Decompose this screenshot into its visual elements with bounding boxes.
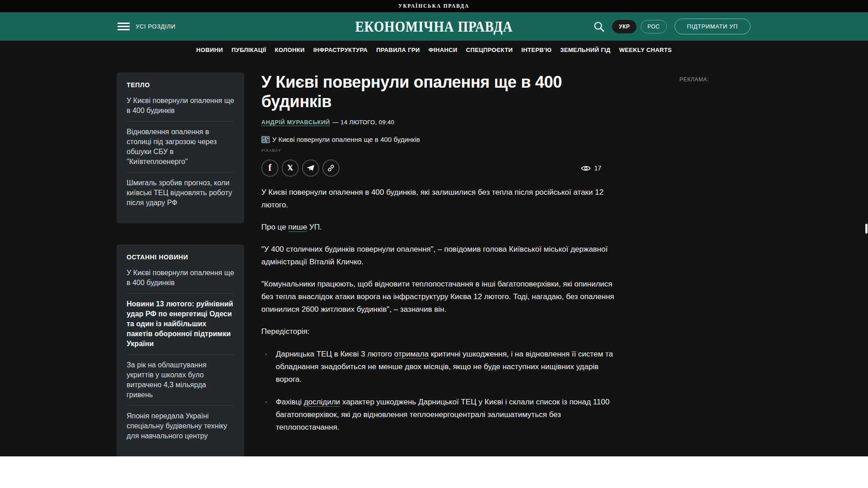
paragraph: У Києві повернули опалення в 400 будинкі…	[261, 186, 618, 211]
sidebar-article-link[interactable]: Японія передала Україні спеціальну будів…	[127, 405, 234, 446]
share-x-button[interactable]: 𝕏	[282, 160, 299, 177]
copy-link-button[interactable]	[322, 160, 340, 177]
masthead-actions: УКР РОС ПІДТРИМАТИ УП	[593, 12, 750, 41]
nav-item-zemelnyi-hid[interactable]: ЗЕМЕЛЬНИЙ ГІД	[560, 47, 610, 53]
article-image-placeholder: У Києві повернули опалення ще в 400 буди…	[261, 136, 618, 143]
inline-link[interactable]: дослідили	[304, 398, 340, 407]
publish-date: — 14 ЛЮТОГО, 09:40	[333, 119, 394, 126]
nav-item-novyny[interactable]: НОВИНИ	[196, 47, 223, 53]
eye-icon	[581, 165, 591, 172]
search-button[interactable]	[593, 20, 605, 33]
all-sections-menu[interactable]: УСІ РОЗДІЛИ	[118, 12, 175, 41]
topic-box-teplo: ТЕПЛО У Києві повернули опалення ще в 40…	[117, 72, 244, 223]
paragraph: Про це пише УП.	[261, 221, 618, 234]
latest-news-title: ОСТАННІ НОВИНИ	[127, 253, 234, 261]
share-row: f 𝕏	[261, 160, 618, 177]
scrollbar-thumb[interactable]	[865, 224, 868, 234]
list-item: Фахівці дослідили характер ушкоджень Дар…	[261, 396, 618, 434]
byline: АНДРІЙ МУРАВСЬКИЙ — 14 ЛЮТОГО, 09:40	[261, 119, 618, 126]
share-facebook-button[interactable]: f	[261, 160, 278, 177]
text-segment: УП.	[307, 223, 321, 231]
sidebar-article-link[interactable]: Новини 13 лютого: руйнівний удар РФ по е…	[127, 293, 234, 354]
sidebar-article-link[interactable]: У Києві повернули опалення ще в 400 буди…	[127, 96, 234, 121]
lang-toggle-ukr[interactable]: УКР	[612, 20, 637, 33]
site-logo[interactable]: ЕКОНОМІЧНА ПРАВДА	[355, 18, 513, 35]
text-segment: Фахівці	[276, 398, 304, 406]
main-nav: НОВИНИ ПУБЛІКАЦІЇ КОЛОНКИ ІНФРАСТРУКТУРА…	[0, 41, 868, 58]
top-bar: УКРАЇНСЬКА ПРАВДА	[0, 0, 868, 12]
author-link[interactable]: АНДРІЙ МУРАВСЬКИЙ	[261, 119, 330, 126]
broken-image-icon	[261, 136, 270, 143]
paragraph: "Комунальники працюють, щоб відновити те…	[261, 278, 618, 316]
ukrainska-pravda-link[interactable]: УКРАЇНСЬКА ПРАВДА	[399, 2, 470, 10]
all-sections-label: УСІ РОЗДІЛИ	[136, 23, 175, 30]
article-title: У Києві повернули опалення ще в 400 буди…	[261, 72, 618, 111]
ad-slot-label: РЕКЛАМА:	[679, 76, 709, 83]
sidebar: ТЕПЛО У Києві повернули опалення ще в 40…	[117, 72, 244, 456]
article-body: У Києві повернули опалення в 400 будинкі…	[261, 186, 618, 434]
telegram-icon	[307, 164, 315, 172]
nav-item-pravyla-hry[interactable]: ПРАВИЛА ГРИ	[376, 47, 420, 53]
inline-link[interactable]: отримала	[394, 350, 429, 359]
nav-item-spetsproekty[interactable]: СПЕЦПРОЄКТИ	[466, 47, 513, 53]
sidebar-article-link[interactable]: Шмигаль зробив прогноз, коли київські ТЕ…	[127, 172, 234, 213]
list-item: Дарницька ТЕЦ в Києві 3 лютого отримала …	[261, 348, 618, 386]
search-icon	[593, 21, 605, 33]
nav-item-publikatsii[interactable]: ПУБЛІКАЦІЇ	[231, 47, 266, 53]
view-count: 17	[594, 164, 601, 172]
view-counter: 17	[581, 164, 601, 172]
image-credit: PIXABAY	[261, 148, 618, 153]
nav-item-kolonky[interactable]: КОЛОНКИ	[275, 47, 305, 53]
support-up-button[interactable]: ПІДТРИМАТИ УП	[675, 19, 751, 34]
paragraph: "У 400 столичних будинків повернули опал…	[261, 243, 618, 268]
sidebar-article-link[interactable]: У Києві повернули опалення ще в 400 буди…	[127, 268, 234, 293]
nav-item-weekly-charts[interactable]: WEEKLY CHARTS	[619, 47, 672, 53]
share-telegram-button[interactable]	[302, 160, 319, 177]
sidebar-article-link[interactable]: Відновлення опалення в столиці під загро…	[127, 121, 234, 172]
masthead: УСІ РОЗДІЛИ ЕКОНОМІЧНА ПРАВДА УКР РОС ПІ…	[0, 12, 868, 41]
latest-news-box: ОСТАННІ НОВИНИ У Києві повернули опаленн…	[117, 244, 244, 456]
text-segment: Про це	[261, 223, 288, 231]
text-segment: Дарницька ТЕЦ в Києві 3 лютого	[276, 350, 394, 358]
sidebar-article-link[interactable]: За рік на облаштування укриттів у школах…	[127, 354, 234, 405]
nav-item-finansy[interactable]: ФІНАНСИ	[429, 47, 458, 53]
source-link[interactable]: пише	[288, 223, 307, 232]
paragraph: Передісторія:	[261, 325, 618, 338]
backstory-list: Дарницька ТЕЦ в Києві 3 лютого отримала …	[261, 348, 618, 434]
topic-box-title[interactable]: ТЕПЛО	[127, 81, 234, 89]
page-body: НОВИНИ ПУБЛІКАЦІЇ КОЛОНКИ ІНФРАСТРУКТУРА…	[0, 41, 868, 456]
nav-item-interviu[interactable]: ІНТЕРВ'Ю	[521, 47, 552, 53]
lang-toggle-ros[interactable]: РОС	[641, 20, 666, 33]
x-twitter-icon: 𝕏	[288, 164, 293, 172]
article: У Києві повернули опалення ще в 400 буди…	[261, 72, 618, 434]
image-alt-text: У Києві повернули опалення ще в 400 буди…	[272, 136, 420, 143]
hamburger-icon	[118, 23, 130, 30]
facebook-icon: f	[269, 163, 272, 172]
nav-item-infrastruktura[interactable]: ІНФРАСТРУКТУРА	[313, 47, 368, 53]
link-icon	[327, 164, 335, 172]
